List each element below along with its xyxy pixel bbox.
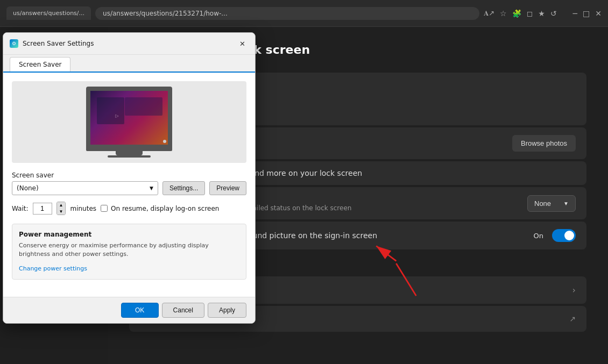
history-icon[interactable]: ↺ (550, 9, 557, 18)
url-text: us/answers/questions/2153271/how-... (103, 10, 228, 17)
monitor-stand (116, 151, 143, 155)
logon-checkbox-group: On resume, display log-on screen (101, 205, 219, 212)
minimize-icon[interactable]: ─ (573, 9, 577, 18)
reader-icon[interactable]: 𝐀↗ (484, 9, 494, 18)
screensaver-value: (None) (17, 184, 39, 192)
power-management-desc: Conserve energy or maximise performance … (19, 241, 239, 258)
screensaver-field-row: (None) ▼ Settings... Preview (12, 181, 246, 195)
lock-status-dropdown[interactable]: None ▼ (527, 195, 576, 212)
wait-row: Wait: 1 ▲ ▼ minutes On resume, display l… (12, 202, 246, 215)
wait-spinner: ▲ ▼ (56, 202, 66, 215)
dialog-titlebar: ⚙ Screen Saver Settings ✕ (3, 33, 255, 55)
dialog-tab-bar: Screen Saver (3, 55, 255, 73)
toggle-group: On (534, 229, 576, 242)
minutes-label: minutes (70, 205, 96, 212)
external-link-icon: ↗ (569, 315, 576, 323)
toggle-on-label: On (534, 232, 543, 240)
dialog-title-left: ⚙ Screen Saver Settings (10, 39, 94, 48)
dialog-body: ▷ Screen saver (None) ▼ (3, 73, 255, 297)
screen-timeout-chevron: › (572, 285, 576, 295)
wait-label: Wait: (12, 205, 29, 212)
dialog-footer: OK Cancel Apply (3, 297, 255, 323)
dialog-app-icon: ⚙ (10, 39, 18, 48)
apply-button[interactable]: Apply (208, 303, 246, 318)
maximize-icon[interactable]: □ (583, 9, 590, 18)
browser-toolbar: 𝐀↗ ☆ 🧩 ◻ ★ ↺ ─ □ ✕ (484, 9, 602, 18)
sign-in-toggle-switch[interactable] (552, 229, 576, 242)
monitor-frame: ▷ (86, 87, 172, 151)
screensaver-preview-button[interactable]: Preview (209, 181, 246, 195)
dropdown-chevron-icon: ▼ (563, 201, 569, 206)
ok-button[interactable]: OK (121, 303, 159, 318)
monitor-screen: ▷ (90, 91, 168, 145)
select-chevron-icon: ▼ (150, 185, 153, 191)
power-management-section: Power management Conserve energy or maxi… (12, 224, 246, 280)
screensaver-field-group: Screen saver (None) ▼ Settings... Previe… (12, 172, 246, 195)
wait-input[interactable]: 1 (33, 203, 52, 215)
lock-status-value: None (534, 199, 551, 208)
wait-increment-button[interactable]: ▲ (57, 202, 66, 209)
browser-tab[interactable]: us/answers/questions/... (6, 6, 91, 20)
change-power-settings-link[interactable]: Change power settings (19, 265, 87, 272)
cancel-button[interactable]: Cancel (162, 303, 204, 318)
favorites-icon[interactable]: ★ (538, 9, 545, 18)
wait-decrement-button[interactable]: ▼ (57, 209, 66, 215)
bookmark-icon[interactable]: ☆ (500, 9, 507, 18)
screensaver-settings-button[interactable]: Settings... (162, 181, 205, 195)
monitor-preview: ▷ (12, 81, 246, 163)
url-bar[interactable]: us/answers/questions/2153271/how-... (95, 7, 479, 20)
logon-checkbox[interactable] (101, 205, 108, 212)
screen-saver-dialog: ⚙ Screen Saver Settings ✕ Screen Saver (3, 32, 256, 324)
screensaver-field-label: Screen saver (12, 172, 246, 179)
monitor-base (108, 155, 151, 158)
power-management-title: Power management (19, 231, 239, 238)
collections-icon[interactable]: ◻ (527, 9, 533, 18)
dialog-title-text: Screen Saver Settings (23, 40, 94, 47)
tab-label: us/answers/questions/... (13, 10, 84, 17)
monitor-power-dot (163, 140, 166, 143)
dialog-close-button[interactable]: ✕ (236, 37, 249, 50)
dialog-tab-screensaver[interactable]: Screen Saver (10, 57, 70, 72)
screen-overlay: ▷ (95, 95, 164, 140)
monitor-assembly: ▷ (86, 87, 172, 158)
extensions-icon[interactable]: 🧩 (512, 9, 521, 18)
browse-photos-button[interactable]: Browse photos (512, 135, 576, 152)
logon-label: On resume, display log-on screen (111, 205, 219, 212)
toggle-knob (564, 231, 574, 240)
window-close-icon[interactable]: ✕ (595, 9, 602, 18)
browser-chrome: us/answers/questions/... us/answers/ques… (0, 0, 608, 27)
screensaver-select[interactable]: (None) ▼ (12, 181, 158, 195)
